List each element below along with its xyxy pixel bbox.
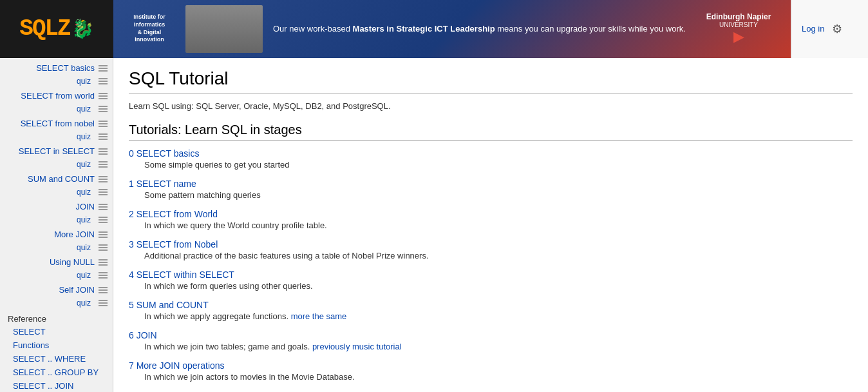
sidebar-item-join[interactable]: JOIN — [0, 199, 113, 214]
tutorial-7-desc: In which we join actors to movies in the… — [144, 372, 853, 382]
sidebar-bars-5 — [99, 176, 108, 182]
tutorial-2-link[interactable]: 2 SELECT from World — [129, 209, 218, 219]
sidebar-bars-6 — [99, 204, 108, 210]
sidebar-ref-functions[interactable]: Functions — [0, 338, 113, 352]
tutorial-0-desc: Some simple queries to get you started — [144, 160, 853, 170]
tutorials-heading: Tutorials: Learn SQL in stages — [129, 122, 853, 141]
quiz-label-3: quiz — [77, 132, 91, 141]
sidebar-quiz-8[interactable]: quiz — [0, 270, 113, 282]
tutorial-5-desc: In which we apply aggregate functions. m… — [144, 311, 853, 321]
tutorial-7: 7 More JOIN operations In which we join … — [129, 360, 853, 382]
tutorial-7-link[interactable]: 7 More JOIN operations — [129, 360, 225, 371]
tutorial-1: 1 SELECT name Some pattern matching quer… — [129, 179, 853, 200]
sidebar-label-self-join: Self JOIN — [8, 285, 95, 295]
sidebar-bars-q2 — [99, 106, 108, 112]
tutorial-4-desc: In which we form queries using other que… — [144, 281, 853, 291]
sidebar-quiz-4[interactable]: quiz — [0, 159, 113, 172]
banner-people-image — [185, 5, 263, 53]
sidebar-label-select-nobel: SELECT from nobel — [8, 119, 95, 128]
banner-headline: Our new work-based Masters in Strategic … — [273, 24, 686, 34]
banner-university: Edinburgh Napier UNIVERSITY ▶ — [697, 12, 780, 45]
gear-icon[interactable]: ⚙ — [832, 22, 842, 36]
sidebar-bars-4 — [99, 148, 108, 155]
sidebar-bars-8 — [99, 259, 108, 266]
sidebar-bars-1 — [99, 65, 108, 72]
page-title: SQL Tutorial — [129, 68, 853, 93]
logo-area: SQLZ 🐉 — [0, 0, 113, 58]
tutorial-5-link[interactable]: 5 SUM and COUNT — [129, 300, 209, 310]
sidebar-label-using-null: Using NULL — [8, 257, 95, 267]
quiz-label-7: quiz — [77, 243, 91, 252]
sidebar-label-more-join: More JOIN — [8, 230, 95, 239]
banner-uni-name: Edinburgh Napier — [706, 12, 771, 21]
tutorial-3-desc: Additional practice of the basic feature… — [144, 251, 853, 260]
banner: Institute forInformatics& DigitalInnovat… — [113, 0, 791, 58]
login-link[interactable]: Log in — [802, 24, 824, 34]
sidebar-bars-3 — [99, 121, 108, 127]
tutorial-1-link[interactable]: 1 SELECT name — [129, 179, 196, 189]
tutorial-5-more-link[interactable]: more the same — [291, 311, 347, 321]
logo-text: SQLZ — [19, 15, 70, 42]
sidebar-ref-select-groupby[interactable]: SELECT .. GROUP BY — [0, 366, 113, 379]
sidebar-reference-label: Reference — [0, 310, 113, 325]
sidebar-label-select-world: SELECT from world — [8, 91, 95, 101]
banner-image — [185, 5, 263, 53]
sidebar-bars-7 — [99, 231, 108, 238]
banner-uni-sub: UNIVERSITY — [719, 21, 758, 28]
quiz-label-2: quiz — [77, 104, 91, 113]
sidebar-quiz-1[interactable]: quiz — [0, 75, 113, 88]
sidebar-bars-q1 — [99, 78, 108, 84]
sidebar-item-select-nobel[interactable]: SELECT from nobel — [0, 116, 113, 131]
sidebar-item-self-join[interactable]: Self JOIN — [0, 282, 113, 297]
quiz-label-1: quiz — [77, 77, 91, 86]
sidebar-quiz-9[interactable]: quiz — [0, 297, 113, 310]
tutorial-0: 0 SELECT basics Some simple queries to g… — [129, 148, 853, 170]
tutorial-2: 2 SELECT from World In which we query th… — [129, 209, 853, 230]
sidebar-quiz-2[interactable]: quiz — [0, 103, 113, 116]
quiz-label-9: quiz — [77, 299, 91, 308]
sidebar-item-more-join[interactable]: More JOIN — [0, 227, 113, 242]
sidebar-label-select-basics: SELECT basics — [8, 63, 95, 73]
tutorial-4: 4 SELECT within SELECT In which we form … — [129, 270, 853, 291]
sidebar-label-sum-count: SUM and COUNT — [8, 174, 95, 184]
tutorial-6-music-link[interactable]: previously music tutorial — [312, 342, 402, 351]
subtitle: Learn SQL using: SQL Server, Oracle, MyS… — [129, 101, 853, 111]
sidebar-item-sum-count[interactable]: SUM and COUNT — [0, 172, 113, 186]
arrow-icon: ▶ — [733, 28, 744, 45]
tutorial-6-link[interactable]: 6 JOIN — [129, 330, 157, 340]
sidebar-bars-q4 — [99, 161, 108, 168]
sidebar-bars-q7 — [99, 244, 108, 251]
sidebar-item-select-in-select[interactable]: SELECT in SELECT — [0, 144, 113, 159]
sidebar-bars-q9 — [99, 300, 108, 306]
tutorial-4-link[interactable]: 4 SELECT within SELECT — [129, 270, 234, 280]
tutorial-6: 6 JOIN In which we join two tables; game… — [129, 330, 853, 351]
sidebar-ref-select-where[interactable]: SELECT .. WHERE — [0, 352, 113, 366]
sidebar-item-select-basics[interactable]: SELECT basics — [0, 61, 113, 75]
sidebar-ref-select[interactable]: SELECT — [0, 325, 113, 338]
sidebar-item-using-null[interactable]: Using NULL — [0, 255, 113, 270]
main-layout: SELECT basics quiz SELECT from world qui… — [0, 58, 868, 392]
sidebar-bars-2 — [99, 93, 108, 99]
sidebar-quiz-3[interactable]: quiz — [0, 131, 113, 144]
sidebar: SELECT basics quiz SELECT from world qui… — [0, 58, 113, 392]
sidebar-quiz-7[interactable]: quiz — [0, 242, 113, 255]
quiz-label-4: quiz — [77, 160, 91, 169]
tutorial-1-desc: Some pattern matching queries — [144, 190, 853, 200]
sidebar-bars-9 — [99, 287, 108, 293]
sidebar-quiz-5[interactable]: quiz — [0, 186, 113, 199]
sidebar-quiz-6[interactable]: quiz — [0, 214, 113, 227]
quiz-label-6: quiz — [77, 215, 91, 224]
topbar: SQLZ 🐉 Institute forInformatics& Digital… — [0, 0, 868, 58]
sidebar-ref-select-join[interactable]: SELECT .. JOIN — [0, 379, 113, 392]
sidebar-item-select-world[interactable]: SELECT from world — [0, 88, 113, 103]
tutorial-2-desc: In which we query the World country prof… — [144, 220, 853, 230]
banner-logo-area: Institute forInformatics& DigitalInnovat… — [124, 14, 175, 44]
top-right-area: Log in ⚙ — [791, 0, 868, 58]
tutorial-6-desc: In which we join two tables; game and go… — [144, 342, 853, 351]
banner-text: Our new work-based Masters in Strategic … — [273, 23, 686, 35]
tutorial-0-link[interactable]: 0 SELECT basics — [129, 148, 199, 159]
tutorial-5: 5 SUM and COUNT In which we apply aggreg… — [129, 300, 853, 321]
tutorial-3-link[interactable]: 3 SELECT from Nobel — [129, 239, 218, 250]
tutorial-3: 3 SELECT from Nobel Additional practice … — [129, 239, 853, 260]
logo-icon: 🐉 — [71, 18, 94, 39]
